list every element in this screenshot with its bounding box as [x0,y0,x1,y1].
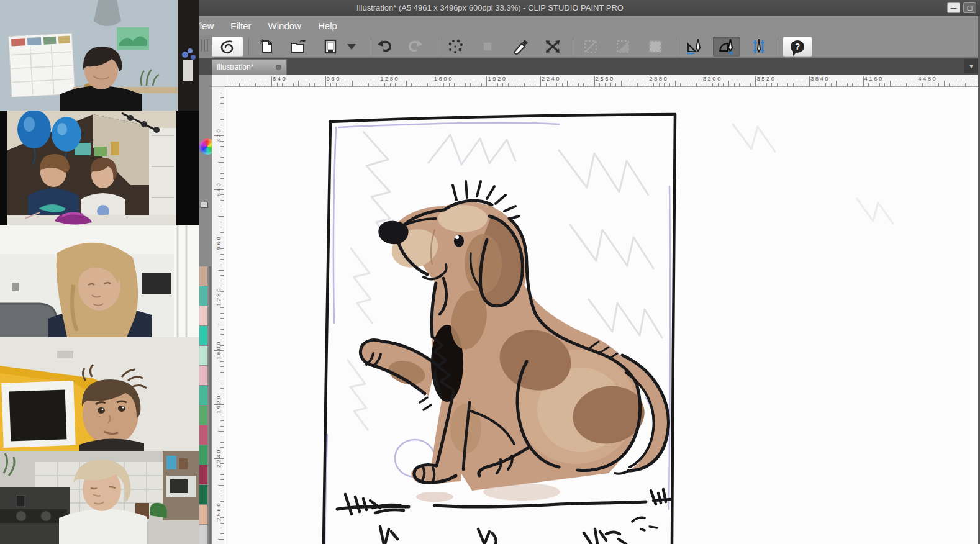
color-swatch[interactable] [199,465,207,484]
ruler-tick [229,83,229,86]
ruler-tick [502,83,503,86]
menu-window[interactable]: Window [268,20,301,31]
scale-transform-button[interactable] [539,37,566,57]
ruler-tick [653,83,654,86]
ruler-tick [220,426,224,427]
tab-illustration[interactable]: Illustration* [211,59,287,75]
maximize-button[interactable]: ▢ [963,2,976,13]
ruler-tick [530,83,530,86]
ruler-tick [277,83,278,86]
ruler-tick [220,211,224,211]
swatch-scrollbar[interactable] [209,266,211,544]
transform-grid-button[interactable] [474,37,501,57]
color-swatch[interactable] [199,386,207,405]
color-swatch[interactable] [199,286,207,306]
invert-selection-button[interactable] [609,37,637,57]
menu-filter[interactable]: Filter [230,20,251,31]
ruler-tick [288,83,288,86]
help-button[interactable]: ? [783,37,812,57]
ruler-tick [858,83,858,86]
minimize-button[interactable]: — [947,2,960,13]
ruler-tick [220,329,224,330]
ruler-tick [220,152,224,152]
panel-grip[interactable] [201,39,208,52]
participant-video-5[interactable] [0,451,199,544]
fill-knife-button[interactable] [507,37,534,57]
ruler-tick [589,83,589,86]
color-swatch[interactable] [199,366,207,385]
ruler-tick [239,83,240,86]
save-dropdown-button[interactable] [341,37,362,57]
new-file-button[interactable] [252,37,279,57]
mesh-transform-icon [479,39,496,55]
redo-icon [407,39,425,54]
ruler-tick [384,83,385,86]
clip-studio-logo-button[interactable] [211,37,243,57]
color-swatch[interactable] [199,346,207,365]
participant-video-4[interactable] [0,337,199,451]
toolbar-separator [778,38,778,55]
ruler-tick [664,83,665,86]
open-file-button[interactable] [284,37,312,57]
color-swatch[interactable] [199,445,207,465]
ruler-tick [761,83,761,86]
ruler-tick [799,83,799,86]
participant-video-2[interactable] [0,111,199,225]
ruler-tick [659,83,660,86]
snap-ruler-icon [686,38,703,55]
color-swatch[interactable] [199,306,207,325]
clip-studio-icon [219,39,235,54]
tab-close-icon[interactable] [276,65,281,70]
ruler-tick [793,83,794,86]
ruler-label: 3200 [703,75,722,82]
ruler-tick [771,83,772,86]
snap-to-ruler-button[interactable] [681,37,708,57]
snap-dots-button[interactable] [442,37,469,57]
dropdown-arrow-icon [346,43,357,50]
ruler-tick [519,83,519,86]
ruler-tick [347,83,347,86]
color-swatch[interactable] [199,425,207,445]
undo-button[interactable] [370,37,397,57]
tab-list-dropdown[interactable]: ▼ [964,59,979,73]
ruler-tick [621,81,622,86]
color-swatch[interactable] [199,525,207,544]
color-wheel-icon[interactable] [199,138,212,155]
ruler-tick [831,83,832,86]
ruler-tick [960,83,960,86]
ruler-tick [524,83,525,86]
ruler-tick [965,83,966,86]
ruler-tick [648,76,648,86]
undo-icon [374,39,393,54]
ruler-tick [562,83,563,86]
color-swatch[interactable] [199,266,207,286]
redo-button[interactable] [402,37,430,57]
ruler-tick [755,76,756,86]
ruler-tick [220,173,224,174]
snap-grid-icon [750,38,768,55]
ruler-tick [766,83,767,86]
color-swatch[interactable] [199,485,207,504]
color-swatch[interactable] [199,406,207,425]
menu-help[interactable]: Help [318,20,337,31]
save-file-button[interactable] [317,37,344,57]
snap-to-special-ruler-button[interactable] [713,37,740,57]
dots-icon [447,39,463,55]
color-swatch[interactable] [199,505,207,524]
color-set-icon[interactable] [201,202,208,208]
ruler-tick [220,222,224,222]
snap-to-grid-button[interactable] [745,37,773,57]
selection-border-button[interactable] [642,37,669,57]
color-swatch-column[interactable] [199,266,207,544]
ruler-tick [271,76,272,86]
participant-video-3[interactable] [0,225,199,337]
deselect-button[interactable] [577,37,604,57]
participant-video-1[interactable] [0,0,199,111]
ruler-tick [949,83,950,86]
color-swatch[interactable] [199,326,207,345]
ruler-tick [220,366,224,367]
ruler-tick [374,83,374,86]
ruler-tick [842,83,842,86]
ruler-tick [220,437,224,437]
ruler-tick [220,157,224,158]
